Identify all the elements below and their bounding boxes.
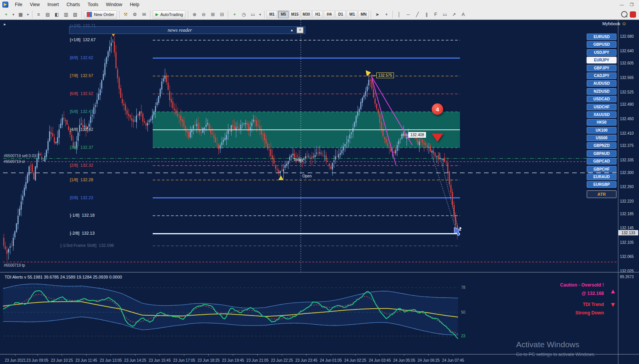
timeframe-m15-button[interactable]: M15	[289, 11, 300, 18]
text-icon[interactable]: A	[459, 10, 467, 19]
symbol-button-cadjpy[interactable]: CADJPY	[587, 72, 616, 79]
trendline-icon[interactable]: ╱	[413, 10, 421, 19]
symbol-button-gbpaud[interactable]: GBPAUD	[587, 150, 616, 157]
options-icon[interactable]: ⚙	[131, 10, 139, 19]
navigator-icon[interactable]: ◧	[53, 10, 61, 19]
menu-item-view[interactable]: View	[26, 1, 43, 8]
cascade-windows-icon[interactable]: ⊟	[218, 10, 226, 19]
autotrading-button[interactable]: ▶AutoTrading	[153, 10, 186, 19]
menu-item-tools[interactable]: Tools	[84, 1, 102, 8]
mailbox-icon[interactable]: ✉	[140, 10, 148, 19]
current-price-tag: 132.133	[618, 230, 638, 235]
symbol-button-gbpcad[interactable]: GBPCAD	[587, 158, 616, 164]
timeframe-h4-button[interactable]: H4	[324, 11, 334, 18]
price-axis-label: 132.605	[620, 61, 634, 65]
symbol-button-nzdusd[interactable]: NZDUSD	[587, 88, 616, 95]
data-window-icon[interactable]: ▤	[44, 10, 52, 19]
murrey-level-label: [-2/8] 132.13	[70, 231, 95, 235]
profiles-caret-icon[interactable]: ▾	[26, 10, 30, 19]
timeframe-h1-button[interactable]: H1	[312, 11, 323, 18]
window-minimize-button[interactable]: —	[618, 2, 625, 7]
time-axis-label: 24 Jun 06:25	[418, 358, 440, 362]
new-order-button[interactable]: New Order	[84, 10, 117, 19]
price-tag-high[interactable]: 132.575	[376, 72, 394, 78]
time-axis-label: 23 Jun 22:25	[271, 358, 293, 362]
tile-windows-icon[interactable]: ⊞	[208, 10, 217, 19]
wave-count-badge[interactable]: 4	[432, 103, 443, 115]
templates-caret-icon[interactable]: ▾	[258, 10, 262, 19]
symbol-button-usdcad[interactable]: USDCAD	[587, 96, 616, 102]
tdi-caution-label: Caution - Oversold !	[560, 282, 604, 288]
shapes-icon[interactable]: ▭	[441, 10, 449, 19]
menu-item-window[interactable]: Window	[103, 1, 126, 8]
strategy-tester-icon[interactable]: ▧	[71, 10, 79, 19]
timeframe-d1-button[interactable]: D1	[335, 11, 346, 18]
murrey-level-label: [5/8] 132.47	[70, 109, 93, 114]
horizontal-line-icon[interactable]: ─	[404, 10, 412, 19]
session-open-line[interactable]	[3, 172, 618, 173]
menu: FileViewInsertChartsToolsWindowHelp	[11, 1, 143, 8]
chart-canvas[interactable]	[0, 0, 639, 364]
metaeditor-icon[interactable]: ⚒	[121, 10, 130, 19]
symbol-button-usdchf[interactable]: USDCHF	[587, 104, 616, 110]
symbol-button-xauusd[interactable]: XAUUSD	[587, 111, 616, 118]
search-icon[interactable]	[621, 11, 628, 18]
time-axis-label: 23 Jun 10:25	[51, 358, 73, 362]
zoom-in-icon[interactable]: ⊕	[190, 10, 198, 19]
price-axis-label: 132.410	[620, 131, 634, 135]
close-icon[interactable]: ×	[297, 27, 303, 33]
toolbar-separator	[150, 11, 150, 18]
symbol-button-gbpchf[interactable]: GBPCHF	[587, 166, 616, 172]
brand-icon[interactable]	[630, 11, 636, 18]
symbol-button-us500[interactable]: US500	[587, 135, 616, 141]
menu-item-help[interactable]: Help	[126, 1, 143, 8]
autotrading-label: AutoTrading	[160, 12, 183, 17]
symbol-button-uk100[interactable]: UK100	[587, 127, 616, 134]
price-axis-label: 132.525	[620, 90, 634, 94]
indicators-icon[interactable]: +	[230, 10, 239, 19]
collapse-icon[interactable]: ▲	[290, 28, 294, 32]
window-restore-button[interactable]: ❐	[628, 2, 635, 7]
price-axis-label: 132.490	[620, 102, 634, 106]
equidistant-channel-icon[interactable]: ∥	[422, 10, 431, 19]
symbol-button-euraud[interactable]: EURAUD	[587, 174, 616, 180]
symbol-button-usdjpy[interactable]: USDJPY	[587, 49, 616, 56]
terminal-icon[interactable]: ▥	[62, 10, 70, 19]
timeframe-w1-button[interactable]: W1	[347, 11, 357, 18]
vertical-line-icon[interactable]: │	[395, 10, 403, 19]
menu-item-charts[interactable]: Charts	[63, 1, 83, 8]
market-watch-icon[interactable]: ≡	[34, 10, 43, 19]
timeframe-m1-button[interactable]: M1	[266, 11, 277, 18]
price-tag-mid[interactable]: 132.408	[408, 132, 426, 138]
price-axis[interactable]	[618, 20, 639, 364]
symbol-button-hk50[interactable]: HK50	[587, 119, 616, 126]
menu-item-insert[interactable]: Insert	[44, 1, 62, 8]
templates-icon[interactable]: ▭	[248, 10, 257, 19]
symbol-button-gbpusd[interactable]: GBPUSD	[587, 41, 616, 48]
timeframe-mn-button[interactable]: MN	[358, 11, 369, 18]
new-chart-caret-icon[interactable]: ▾	[11, 10, 16, 19]
today-label: Today	[293, 158, 303, 162]
symbol-button-eurusd[interactable]: EURUSD	[587, 34, 616, 40]
symbol-button-eurjpy[interactable]: EURJPY	[587, 57, 616, 63]
arrows-icon[interactable]: ↗	[450, 10, 458, 19]
crosshair-icon[interactable]: +	[382, 10, 390, 19]
symbol-button-audusd[interactable]: AUDUSD	[587, 80, 616, 87]
atr-button[interactable]: ATR	[587, 190, 616, 198]
zoom-out-icon[interactable]: ⊖	[199, 10, 208, 19]
timeframe-m30-button[interactable]: M30	[301, 11, 311, 18]
symbol-button-gbpjpy[interactable]: GBPJPY	[587, 65, 616, 71]
new-chart-icon[interactable]: +	[2, 10, 10, 19]
myfxbook-label: Myfxbook	[602, 21, 620, 26]
window-controls: — ❐	[618, 2, 635, 7]
periods-icon[interactable]: ◷	[239, 10, 248, 19]
timeframe-m5-button[interactable]: M5	[278, 11, 289, 18]
cursor-icon[interactable]: ➤	[373, 10, 381, 19]
symbol-button-gbpnzd[interactable]: GBPNZD	[587, 142, 616, 149]
profiles-icon[interactable]: ▦	[16, 10, 25, 19]
menu-item-file[interactable]: File	[11, 1, 26, 8]
symbol-button-eurgbp[interactable]: EURGBP	[587, 181, 616, 188]
news-reader-panel[interactable]: news reader ▲ ×	[69, 26, 305, 34]
fibonacci-icon[interactable]: F	[431, 10, 440, 19]
chart-indicator-separator[interactable]	[0, 272, 639, 272]
